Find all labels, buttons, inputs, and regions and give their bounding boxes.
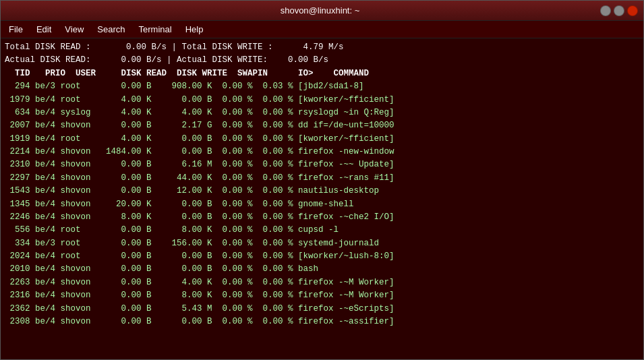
window-title: shovon@linuxhint: ~: [40, 5, 600, 16]
table-row: 2246 be/4 shovon 8.00 K 0.00 B 0.00 % 0.…: [5, 211, 639, 224]
table-row: 1979 be/4 root 4.00 K 0.00 B 0.00 % 0.00…: [5, 94, 639, 107]
table-row: 1543 be/4 shovon 0.00 B 12.00 K 0.00 % 0…: [5, 185, 639, 198]
menu-help[interactable]: Help: [180, 23, 209, 36]
table-row: 2310 be/4 shovon 0.00 B 6.16 M 0.00 % 0.…: [5, 158, 639, 171]
table-row: 2214 be/4 shovon 1484.00 K 0.00 B 0.00 %…: [5, 146, 639, 158]
table-row: 634 be/4 syslog 4.00 K 4.00 K 0.00 % 0.0…: [5, 107, 639, 119]
table-row: 2024 be/4 root 0.00 B 0.00 B 0.00 % 0.00…: [5, 250, 639, 263]
table-row: 2010 be/4 shovon 0.00 B 0.00 B 0.00 % 0.…: [5, 263, 639, 276]
table-row: 2297 be/4 shovon 0.00 B 44.00 K 0.00 % 0…: [5, 172, 639, 185]
menu-bar: File Edit View Search Terminal Help: [1, 21, 643, 38]
table-row: 2308 be/4 shovon 0.00 B 0.00 B 0.00 % 0.…: [5, 316, 639, 328]
menu-search[interactable]: Search: [92, 23, 130, 36]
minimize-button[interactable]: [600, 5, 611, 16]
menu-edit[interactable]: Edit: [31, 23, 57, 36]
menu-terminal[interactable]: Terminal: [134, 23, 177, 36]
table-row: 2263 be/4 shovon 0.00 B 4.00 K 0.00 % 0.…: [5, 276, 639, 289]
table-row: 294 be/3 root 0.00 B 908.00 K 0.00 % 0.0…: [5, 80, 639, 93]
table-row: 2316 be/4 shovon 0.00 B 8.00 K 0.00 % 0.…: [5, 289, 639, 302]
column-header: TID PRIO USER DISK READ DISK WRITE SWAPI…: [5, 67, 639, 80]
table-row: 2362 be/4 shovon 0.00 B 5.43 M 0.00 % 0.…: [5, 303, 639, 316]
stat-line-2: Actual DISK READ: 0.00 B/s | Actual DISK…: [5, 54, 639, 67]
terminal-output[interactable]: Total DISK READ : 0.00 B/s | Total DISK …: [1, 38, 643, 359]
table-row: 1345 be/4 shovon 20.00 K 0.00 B 0.00 % 0…: [5, 198, 639, 211]
stat-line-1: Total DISK READ : 0.00 B/s | Total DISK …: [5, 41, 639, 54]
table-row: 334 be/3 root 0.00 B 156.00 K 0.00 % 0.0…: [5, 237, 639, 250]
close-button[interactable]: [627, 5, 638, 16]
terminal-window: shovon@linuxhint: ~ File Edit View Searc…: [0, 0, 644, 360]
table-row: 2007 be/4 shovon 0.00 B 2.17 G 0.00 % 0.…: [5, 119, 639, 132]
svg-point-1: [616, 7, 622, 13]
menu-view[interactable]: View: [59, 23, 89, 36]
table-row: 556 be/4 root 0.00 B 8.00 K 0.00 % 0.00 …: [5, 224, 639, 237]
svg-point-2: [628, 6, 637, 15]
maximize-button[interactable]: [614, 5, 624, 16]
table-row: 1919 be/4 root 4.00 K 0.00 B 0.00 % 0.00…: [5, 133, 639, 146]
svg-point-0: [603, 7, 609, 13]
process-list: 294 be/3 root 0.00 B 908.00 K 0.00 % 0.0…: [5, 80, 639, 328]
menu-file[interactable]: File: [3, 23, 28, 36]
title-bar: shovon@linuxhint: ~: [1, 1, 643, 21]
window-controls: [600, 5, 638, 16]
